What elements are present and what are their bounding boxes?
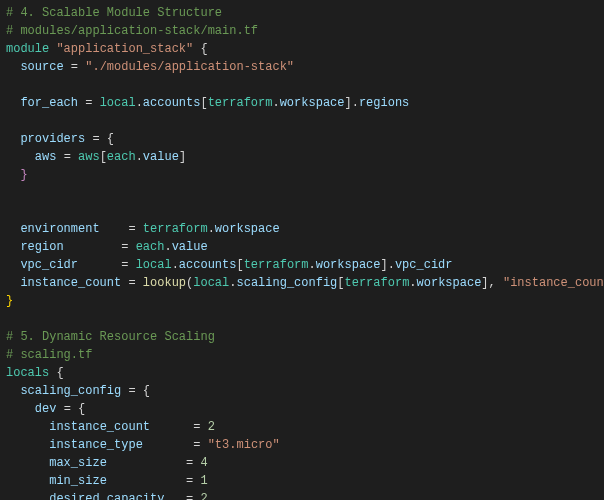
ref: terraform	[345, 276, 410, 290]
comment: # scaling.tf	[6, 348, 92, 362]
ref: terraform	[244, 258, 309, 272]
ref: accounts	[143, 96, 201, 110]
code-line: # modules/application-stack/main.tf	[6, 22, 604, 40]
ref: value	[143, 150, 179, 164]
func: lookup	[143, 276, 186, 290]
ref: workspace	[316, 258, 381, 272]
comment: # modules/application-stack/main.tf	[6, 24, 258, 38]
code-line: providers = {	[6, 130, 604, 148]
attr-key: aws	[35, 150, 57, 164]
ref: value	[172, 240, 208, 254]
code-line: module "application_stack" {	[6, 40, 604, 58]
code-line	[6, 202, 604, 220]
code-line: max_size = 4	[6, 454, 604, 472]
number: 4	[200, 456, 207, 470]
number: 1	[200, 474, 207, 488]
code-line: instance_count = lookup(local.scaling_co…	[6, 274, 604, 292]
comment: # 5. Dynamic Resource Scaling	[6, 330, 215, 344]
attr-key: scaling_config	[20, 384, 121, 398]
string: "instance_count"	[503, 276, 604, 290]
code-line: locals {	[6, 364, 604, 382]
ref: accounts	[179, 258, 237, 272]
code-line: # 5. Dynamic Resource Scaling	[6, 328, 604, 346]
keyword: locals	[6, 366, 49, 380]
code-line: min_size = 1	[6, 472, 604, 490]
string: "t3.micro"	[208, 438, 280, 452]
code-line: instance_count = 2	[6, 418, 604, 436]
attr-key: providers	[20, 132, 85, 146]
code-line: for_each = local.accounts[terraform.work…	[6, 94, 604, 112]
comment: # 4. Scalable Module Structure	[6, 6, 222, 20]
attr-key: environment	[20, 222, 99, 236]
keyword: module	[6, 42, 49, 56]
attr-key: desired_capacity	[49, 492, 164, 500]
code-line: vpc_cidr = local.accounts[terraform.work…	[6, 256, 604, 274]
ref: local	[136, 258, 172, 272]
attr-key: source	[20, 60, 63, 74]
code-line: # 4. Scalable Module Structure	[6, 4, 604, 22]
code-line: dev = {	[6, 400, 604, 418]
attr-key: instance_count	[49, 420, 150, 434]
ref: regions	[359, 96, 409, 110]
attr-key: dev	[35, 402, 57, 416]
code-line: # scaling.tf	[6, 346, 604, 364]
ref: vpc_cidr	[395, 258, 453, 272]
code-line: }	[6, 166, 604, 184]
code-line: source = "./modules/application-stack"	[6, 58, 604, 76]
ref: scaling_config	[236, 276, 337, 290]
code-line	[6, 76, 604, 94]
ref: workspace	[215, 222, 280, 236]
code-line: }	[6, 292, 604, 310]
ref: each	[136, 240, 165, 254]
code-line	[6, 184, 604, 202]
number: 2	[208, 420, 215, 434]
attr-key: max_size	[49, 456, 107, 470]
code-line: region = each.value	[6, 238, 604, 256]
code-line: desired_capacity = 2	[6, 490, 604, 500]
code-line: aws = aws[each.value]	[6, 148, 604, 166]
ref: local	[100, 96, 136, 110]
attr-key: instance_type	[49, 438, 143, 452]
ref: each	[107, 150, 136, 164]
ref: aws	[78, 150, 100, 164]
attr-key: instance_count	[20, 276, 121, 290]
ref: terraform	[208, 96, 273, 110]
attr-key: region	[20, 240, 63, 254]
code-line: instance_type = "t3.micro"	[6, 436, 604, 454]
code-line	[6, 112, 604, 130]
attr-key: vpc_cidr	[20, 258, 78, 272]
string: "./modules/application-stack"	[85, 60, 294, 74]
code-line: environment = terraform.workspace	[6, 220, 604, 238]
ref: workspace	[417, 276, 482, 290]
string: "application_stack"	[56, 42, 193, 56]
attr-key: min_size	[49, 474, 107, 488]
code-editor[interactable]: # 4. Scalable Module Structure # modules…	[6, 4, 604, 500]
ref: local	[193, 276, 229, 290]
ref: workspace	[280, 96, 345, 110]
number: 2	[200, 492, 207, 500]
code-line	[6, 310, 604, 328]
code-line: scaling_config = {	[6, 382, 604, 400]
attr-key: for_each	[20, 96, 78, 110]
ref: terraform	[143, 222, 208, 236]
